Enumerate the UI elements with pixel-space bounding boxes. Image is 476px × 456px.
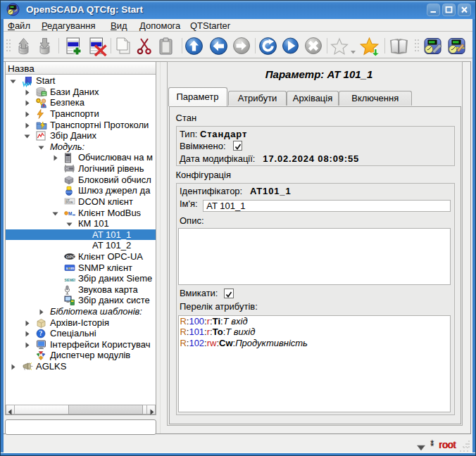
svg-text:s: s — [65, 266, 68, 270]
svg-text:m: m — [70, 266, 74, 270]
svg-text:SIEMENS: SIEMENS — [65, 279, 76, 282]
svg-text:?: ? — [39, 331, 43, 338]
svg-text:DCON: DCON — [65, 201, 73, 204]
svg-text:OPC: OPC — [66, 255, 76, 259]
svg-text:M: M — [68, 211, 72, 216]
